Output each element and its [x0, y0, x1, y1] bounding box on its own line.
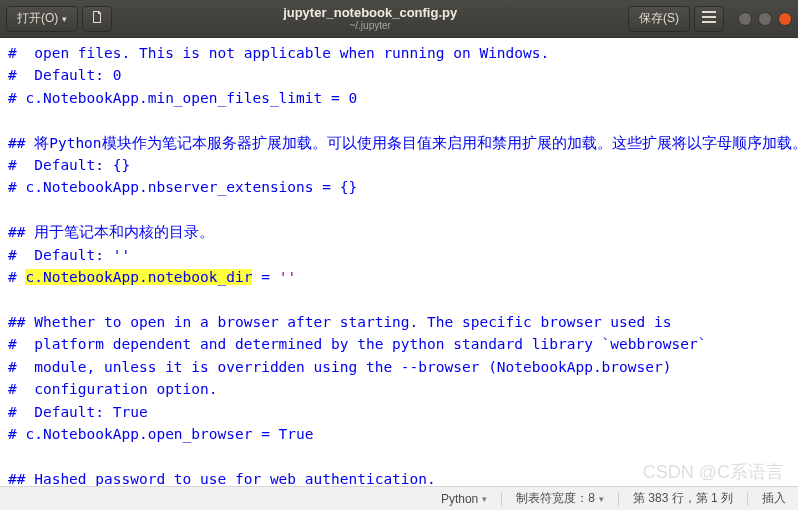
separator — [501, 492, 502, 506]
open-label: 打开(O) — [17, 10, 58, 27]
code-segment: ## 将Python模块作为笔记本服务器扩展加载。可以使用条目值来启用和禁用扩展… — [8, 135, 798, 151]
code-segment: # c.NotebookApp.min_open_files_limit = 0 — [8, 90, 357, 106]
code-line: # platform dependent and determined by t… — [8, 333, 790, 355]
code-line: # c.NotebookApp.open_browser = True — [8, 423, 790, 445]
code-line: ## 用于笔记本和内核的目录。 — [8, 221, 790, 243]
code-segment: c.NotebookApp.notebook_dir — [25, 269, 252, 285]
minimize-button[interactable] — [738, 12, 752, 26]
statusbar: Python 制表符宽度：8 第 383 行，第 1 列 插入 — [0, 486, 798, 510]
code-line: # c.NotebookApp.notebook_dir = '' — [8, 266, 790, 288]
code-line: # Default: 0 — [8, 64, 790, 86]
titlebar-left: 打开(O) ▾ — [6, 6, 112, 32]
code-segment: = — [252, 269, 278, 285]
close-button[interactable] — [778, 12, 792, 26]
code-line: # module, unless it is overridden using … — [8, 356, 790, 378]
code-line: # Default: '' — [8, 244, 790, 266]
code-line: # open files. This is not applicable whe… — [8, 42, 790, 64]
maximize-button[interactable] — [758, 12, 772, 26]
code-line: ## 将Python模块作为笔记本服务器扩展加载。可以使用条目值来启用和禁用扩展… — [8, 132, 790, 154]
code-segment: # Default: True — [8, 404, 148, 420]
code-segment: # platform dependent and determined by t… — [8, 336, 706, 352]
titlebar-right: 保存(S) — [628, 6, 792, 32]
code-line: # c.NotebookApp.nbserver_extensions = {} — [8, 176, 790, 198]
chevron-down-icon: ▾ — [62, 14, 67, 24]
code-segment: # open files. This is not applicable whe… — [8, 45, 549, 61]
new-document-button[interactable] — [82, 6, 112, 32]
code-segment: # — [8, 269, 25, 285]
tab-width-label: 制表符宽度：8 — [516, 490, 595, 507]
code-line — [8, 199, 790, 221]
editor-area[interactable]: # open files. This is not applicable whe… — [0, 38, 798, 488]
insert-mode[interactable]: 插入 — [762, 490, 786, 507]
language-selector[interactable]: Python — [441, 492, 487, 506]
save-label: 保存(S) — [639, 10, 679, 27]
code-segment: # configuration option. — [8, 381, 218, 397]
code-line: # Default: {} — [8, 154, 790, 176]
language-label: Python — [441, 492, 478, 506]
separator — [747, 492, 748, 506]
code-segment: # module, unless it is overridden using … — [8, 359, 671, 375]
hamburger-menu-button[interactable] — [694, 6, 724, 32]
cursor-position[interactable]: 第 383 行，第 1 列 — [633, 490, 733, 507]
code-segment: # Default: {} — [8, 157, 130, 173]
code-line: # c.NotebookApp.min_open_files_limit = 0 — [8, 87, 790, 109]
code-line: # Default: True — [8, 401, 790, 423]
code-segment: # Default: '' — [8, 247, 130, 263]
window-subtitle: ~/.jupyter — [112, 20, 628, 31]
position-label: 第 383 行，第 1 列 — [633, 490, 733, 507]
code-line — [8, 445, 790, 467]
hamburger-icon — [702, 11, 716, 26]
open-button[interactable]: 打开(O) ▾ — [6, 6, 78, 32]
code-line: # configuration option. — [8, 378, 790, 400]
code-segment: # c.NotebookApp.open_browser = True — [8, 426, 314, 442]
code-line — [8, 109, 790, 131]
separator — [618, 492, 619, 506]
window-controls — [738, 12, 792, 26]
titlebar-center: jupyter_notebook_config.py ~/.jupyter — [112, 6, 628, 31]
code-line: ## Whether to open in a browser after st… — [8, 311, 790, 333]
code-line: ## Hashed password to use for web authen… — [8, 468, 790, 488]
code-segment: # Default: 0 — [8, 67, 122, 83]
insert-mode-label: 插入 — [762, 490, 786, 507]
code-segment: ## Hashed password to use for web authen… — [8, 471, 436, 487]
code-segment: ## Whether to open in a browser after st… — [8, 314, 671, 330]
window-title: jupyter_notebook_config.py — [112, 6, 628, 20]
save-button[interactable]: 保存(S) — [628, 6, 690, 32]
code-segment: ## 用于笔记本和内核的目录。 — [8, 224, 214, 240]
code-line — [8, 288, 790, 310]
titlebar: 打开(O) ▾ jupyter_notebook_config.py ~/.ju… — [0, 0, 798, 38]
code-segment: '' — [279, 269, 296, 285]
code-segment: # c.NotebookApp.nbserver_extensions = {} — [8, 179, 357, 195]
new-document-icon — [90, 10, 104, 27]
tab-width-selector[interactable]: 制表符宽度：8 — [516, 490, 604, 507]
